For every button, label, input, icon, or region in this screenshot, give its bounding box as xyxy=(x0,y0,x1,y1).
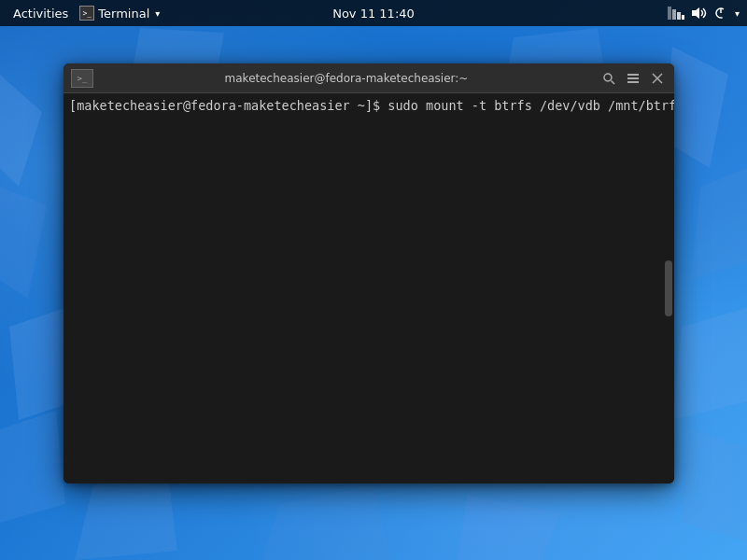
search-button[interactable] xyxy=(599,69,618,88)
topbar-right: ▾ xyxy=(668,7,747,20)
svg-rect-3 xyxy=(682,15,684,20)
bg-shape xyxy=(261,485,392,560)
close-button[interactable] xyxy=(648,69,667,88)
svg-rect-2 xyxy=(677,12,681,20)
svg-marker-4 xyxy=(692,7,699,19)
bg-shape xyxy=(0,411,65,523)
activities-button[interactable]: Activities xyxy=(6,0,76,26)
datetime-label: Nov 11 11:40 xyxy=(332,7,415,21)
bg-shape xyxy=(458,495,560,560)
bg-shape xyxy=(75,476,177,560)
svg-point-7 xyxy=(604,74,612,81)
topbar-datetime: Nov 11 11:40 xyxy=(332,7,415,21)
svg-rect-9 xyxy=(627,74,639,76)
terminal-titlebar: >_ maketecheasier@fedora-maketecheasier:… xyxy=(63,63,674,93)
terminal-window: >_ maketecheasier@fedora-maketecheasier:… xyxy=(63,63,674,483)
topbar: Activities >_ Terminal ▾ Nov 11 11:40 xyxy=(0,0,747,26)
terminal-command-line: [maketecheasier@fedora-maketecheasier ~]… xyxy=(69,97,669,115)
close-icon xyxy=(652,73,663,84)
bg-shape xyxy=(691,168,747,280)
power-icon[interactable] xyxy=(714,7,727,20)
network-icon[interactable] xyxy=(668,7,684,20)
svg-rect-1 xyxy=(672,9,676,20)
terminal-scrollbar[interactable] xyxy=(665,260,672,316)
svg-rect-10 xyxy=(627,77,639,79)
network-svg xyxy=(668,7,684,20)
bg-shape xyxy=(0,75,42,187)
bg-shape xyxy=(672,308,747,420)
volume-icon[interactable] xyxy=(692,7,707,20)
terminal-menu-button[interactable]: >_ Terminal ▾ xyxy=(76,0,163,26)
search-icon xyxy=(602,72,615,85)
bg-shape xyxy=(0,187,47,299)
power-svg xyxy=(714,7,727,20)
menu-button[interactable] xyxy=(624,69,642,88)
svg-rect-11 xyxy=(627,81,639,83)
terminal-icon-text: >_ xyxy=(82,9,92,18)
terminal-window-icon: >_ xyxy=(71,69,93,88)
topbar-left: Activities >_ Terminal ▾ xyxy=(0,0,163,26)
bg-shape xyxy=(682,429,747,541)
terminal-menu-label: Terminal xyxy=(98,7,149,21)
menu-icon xyxy=(627,72,640,85)
titlebar-actions xyxy=(599,69,667,88)
svg-line-8 xyxy=(612,80,615,84)
volume-svg xyxy=(692,7,707,20)
terminal-content[interactable]: [maketecheasier@fedora-maketecheasier ~]… xyxy=(63,93,674,483)
svg-rect-0 xyxy=(668,7,671,20)
terminal-dropdown-arrow: ▾ xyxy=(155,8,160,19)
topbar-dropdown-arrow[interactable]: ▾ xyxy=(735,8,740,19)
terminal-icon-small: >_ xyxy=(78,74,88,83)
terminal-title-label: maketecheasier@fedora-maketecheasier:~ xyxy=(93,72,599,85)
terminal-menu-icon: >_ xyxy=(79,6,94,21)
